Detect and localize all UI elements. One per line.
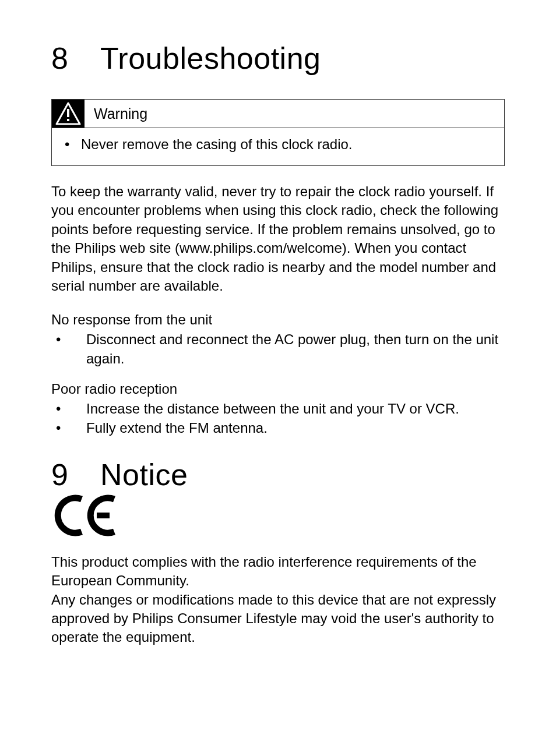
issue-title: Poor radio reception [51,381,505,397]
section-9: 9Notice This product complies with the r… [51,457,505,647]
issue-list: Increase the distance between the unit a… [51,400,505,437]
warning-item: Never remove the casing of this clock ra… [81,136,353,153]
list-item: Disconnect and reconnect the AC power pl… [86,330,505,368]
bullet-icon: • [65,136,81,153]
ce-mark-icon [50,494,120,536]
document-page: 8Troubleshooting Warning • Never remove … [0,0,556,756]
issue-block: No response from the unit Disconnect and… [51,312,505,368]
section-9-number: 9 [51,457,100,492]
warning-body: • Never remove the casing of this clock … [52,128,504,165]
section-8-title: Troubleshooting [100,41,321,75]
warning-icon [52,100,85,128]
section-9-title: Notice [100,458,188,492]
issue-list: Disconnect and reconnect the AC power pl… [51,330,505,368]
issue-block: Poor radio reception Increase the distan… [51,381,505,437]
list-item: Fully extend the FM antenna. [86,419,505,437]
section-8-heading: 8Troubleshooting [51,41,505,76]
svg-rect-2 [67,119,69,121]
section-8-number: 8 [51,41,100,76]
svg-rect-3 [97,513,110,518]
svg-rect-1 [67,109,69,117]
issue-title: No response from the unit [51,312,505,328]
list-item: Increase the distance between the unit a… [86,400,505,418]
warning-label: Warning [94,105,147,122]
section-9-heading: 9Notice [51,457,505,492]
warning-box: Warning • Never remove the casing of thi… [51,99,505,166]
notice-paragraph: This product complies with the radio int… [51,553,505,591]
troubleshooting-intro: To keep the warranty valid, never try to… [51,182,505,295]
warning-header: Warning [52,100,504,128]
notice-paragraph: Any changes or modifications made to thi… [51,591,505,647]
notice-body: This product complies with the radio int… [51,553,505,647]
